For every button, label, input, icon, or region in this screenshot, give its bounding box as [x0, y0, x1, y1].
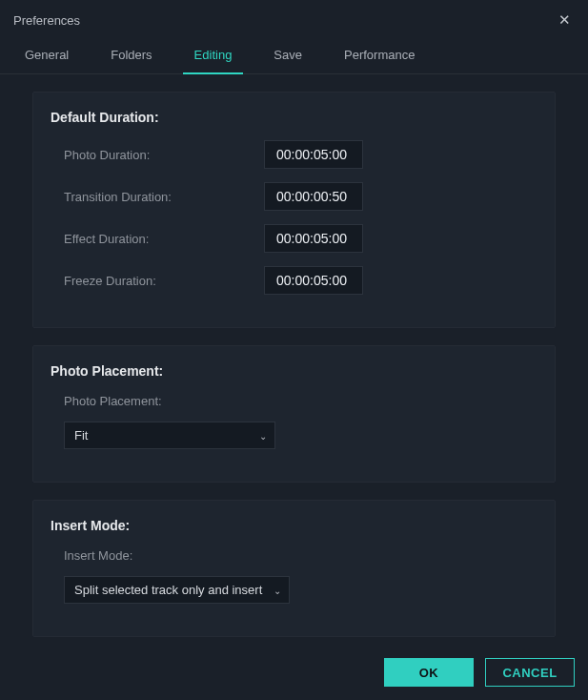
panel-title-photo-placement: Photo Placement: — [51, 363, 537, 379]
tab-editing[interactable]: Editing — [173, 38, 253, 73]
panel-title-default-duration: Default Duration: — [51, 110, 537, 125]
label-freeze-duration: Freeze Duration: — [64, 274, 264, 288]
panel-insert-mode: Insert Mode: Insert Mode: Split selected… — [32, 500, 556, 637]
panel-title-insert-mode: Insert Mode: — [51, 518, 537, 533]
close-icon[interactable]: ✕ — [555, 10, 575, 31]
tab-general[interactable]: General — [4, 38, 90, 73]
chevron-down-icon: ⌄ — [259, 430, 267, 441]
panel-default-duration: Default Duration: Photo Duration: Transi… — [32, 92, 556, 328]
ok-button[interactable]: OK — [384, 658, 474, 687]
titlebar: Preferences ✕ — [0, 0, 588, 38]
window-title: Preferences — [13, 13, 80, 28]
input-transition-duration[interactable] — [264, 182, 363, 211]
input-effect-duration[interactable] — [264, 224, 363, 253]
row-freeze-duration: Freeze Duration: — [51, 266, 537, 295]
select-photo-placement-value: Fit — [74, 428, 88, 443]
chevron-down-icon: ⌄ — [274, 585, 281, 595]
row-photo-duration: Photo Duration: — [51, 140, 537, 169]
row-effect-duration: Effect Duration: — [51, 224, 537, 253]
footer-buttons: OK CANCEL — [384, 658, 575, 687]
input-photo-duration[interactable] — [264, 140, 363, 169]
panel-photo-placement: Photo Placement: Photo Placement: Fit ⌄ — [32, 345, 556, 483]
cancel-button[interactable]: CANCEL — [485, 658, 575, 687]
select-photo-placement[interactable]: Fit ⌄ — [64, 422, 275, 449]
label-effect-duration: Effect Duration: — [64, 232, 264, 246]
label-photo-placement: Photo Placement: — [51, 394, 537, 408]
tab-folders[interactable]: Folders — [90, 38, 172, 73]
tabs: General Folders Editing Save Performance — [0, 38, 588, 74]
row-transition-duration: Transition Duration: — [51, 182, 537, 211]
label-photo-duration: Photo Duration: — [64, 148, 264, 162]
input-freeze-duration[interactable] — [264, 266, 363, 295]
tab-performance[interactable]: Performance — [323, 38, 436, 73]
select-insert-mode[interactable]: Split selected track only and insert ⌄ — [64, 576, 290, 604]
label-insert-mode: Insert Mode: — [51, 548, 537, 563]
content-area: Default Duration: Photo Duration: Transi… — [0, 74, 588, 637]
select-insert-mode-value: Split selected track only and insert — [74, 583, 262, 597]
tab-save[interactable]: Save — [253, 38, 323, 73]
label-transition-duration: Transition Duration: — [64, 190, 264, 204]
